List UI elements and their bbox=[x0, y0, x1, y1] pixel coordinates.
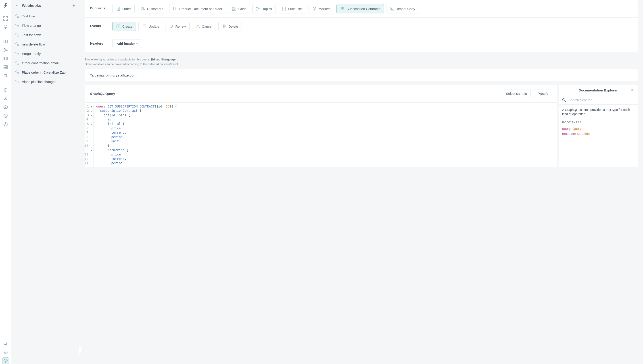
concern-chip[interactable]: $PriceLists bbox=[278, 4, 306, 14]
svg-point-13 bbox=[5, 97, 6, 98]
trash-icon bbox=[222, 24, 227, 28]
nav-pie-icon[interactable] bbox=[2, 121, 9, 128]
select-sample-button[interactable]: Select sample bbox=[502, 89, 531, 98]
concern-chip[interactable]: Order bbox=[112, 4, 135, 14]
code-editor[interactable]: 1 ▼2 ▼3 ▼4 5 ▼6 7 8 9 10 11 ▼12 13 14 qu… bbox=[85, 102, 557, 167]
svg-point-20 bbox=[5, 360, 6, 361]
variables-note: The following variables are available fo… bbox=[85, 57, 638, 67]
webhook-item[interactable]: Purge Fastly bbox=[11, 49, 79, 58]
doc-close-button[interactable]: ✕ bbox=[631, 88, 634, 92]
concern-chip[interactable]: Customers bbox=[137, 4, 167, 14]
svg-rect-3 bbox=[6, 19, 8, 20]
event-chip[interactable]: Delete bbox=[218, 22, 242, 31]
webhook-item[interactable]: new delete flow bbox=[11, 40, 79, 49]
root-type-link[interactable]: Query bbox=[572, 127, 582, 130]
svg-rect-39 bbox=[143, 25, 146, 28]
svg-point-15 bbox=[5, 115, 5, 116]
root-type-field: query bbox=[562, 127, 571, 130]
webhook-icon bbox=[15, 80, 19, 84]
webhook-label: Test Live bbox=[22, 14, 35, 18]
nav-barcode-icon[interactable] bbox=[2, 55, 9, 62]
event-chip[interactable]: Cancel bbox=[192, 22, 216, 31]
svg-rect-27 bbox=[235, 9, 236, 10]
concern-chip[interactable]: Tenant Copy bbox=[386, 4, 419, 14]
update-icon bbox=[142, 24, 147, 28]
book-icon bbox=[173, 6, 177, 11]
svg-point-40 bbox=[563, 98, 565, 101]
svg-rect-7 bbox=[4, 66, 7, 69]
doc-explorer: Documentation Explorer ✕ A GraphQL schem… bbox=[559, 85, 638, 167]
svg-rect-26 bbox=[232, 9, 234, 10]
schema-search-input[interactable] bbox=[568, 98, 634, 102]
svg-rect-36 bbox=[391, 7, 393, 9]
webhook-item[interactable]: Flow change bbox=[11, 21, 79, 30]
svg-point-4 bbox=[4, 48, 5, 49]
nav-box-icon[interactable] bbox=[2, 104, 9, 111]
add-header-button[interactable]: Add header + bbox=[112, 39, 142, 48]
svg-point-28 bbox=[256, 7, 257, 8]
nav-percent-icon[interactable] bbox=[2, 112, 9, 119]
nav-pin-icon[interactable] bbox=[2, 24, 9, 30]
svg-rect-25 bbox=[235, 7, 236, 8]
query-card: GraphQL Query Select sample Prettify 1 ▼… bbox=[85, 85, 557, 167]
nav-user-icon[interactable] bbox=[2, 96, 9, 102]
svg-rect-37 bbox=[392, 8, 394, 10]
collapse-handle[interactable] bbox=[79, 346, 83, 354]
root-type-link[interactable]: Mutation bbox=[577, 132, 590, 136]
svg-rect-2 bbox=[4, 19, 5, 20]
svg-point-6 bbox=[7, 50, 7, 51]
nav-dashboard-icon[interactable] bbox=[2, 15, 9, 22]
nav-search-icon[interactable] bbox=[2, 340, 9, 347]
chip-label: Grids bbox=[238, 7, 246, 11]
nav-clipboard-icon[interactable] bbox=[2, 87, 9, 94]
concern-chip[interactable]: Product, Document or Folder bbox=[169, 4, 226, 14]
add-webhook-button[interactable]: + bbox=[72, 3, 75, 8]
concern-chip[interactable]: Markets bbox=[308, 4, 334, 14]
nav-book-icon[interactable] bbox=[2, 38, 9, 45]
svg-point-23 bbox=[143, 8, 144, 8]
chip-label: Subscription Contracts bbox=[347, 7, 380, 11]
concern-chip[interactable]: Grids bbox=[228, 4, 250, 14]
webhook-label: Test for flows bbox=[22, 33, 42, 37]
nav-settings-icon[interactable] bbox=[2, 357, 9, 364]
event-chip[interactable]: Renew bbox=[165, 22, 190, 31]
webhook-item[interactable]: Test Live bbox=[11, 12, 79, 21]
nav-people-icon[interactable] bbox=[2, 72, 9, 79]
svg-rect-24 bbox=[232, 7, 234, 8]
webhook-item[interactable]: Place order in Crystallize Zap bbox=[11, 68, 79, 77]
vars-line2: Other variables can be provided accordin… bbox=[85, 62, 178, 66]
config-card: Concerns OrderCustomersProduct, Document… bbox=[85, 0, 638, 52]
nav-lang-icon[interactable]: A-Z bbox=[2, 349, 9, 356]
copy-icon bbox=[390, 6, 395, 11]
concern-chip[interactable]: Topics bbox=[252, 4, 276, 14]
customers-icon bbox=[141, 6, 145, 11]
renew-icon bbox=[169, 24, 173, 28]
chip-label: Product, Document or Folder bbox=[179, 7, 222, 11]
root-types-label: ROOT TYPES bbox=[562, 121, 634, 124]
webhooks-list-sidebar: ← Webhooks + Test LiveFlow changeTest fo… bbox=[11, 0, 79, 364]
nav-tree-icon[interactable] bbox=[2, 47, 9, 54]
concerns-label: Concerns bbox=[90, 4, 112, 10]
webhook-item[interactable]: Order confirmation email bbox=[11, 58, 79, 68]
svg-point-10 bbox=[6, 74, 7, 76]
nav-image-icon[interactable] bbox=[2, 64, 9, 70]
svg-text:$: $ bbox=[283, 7, 285, 9]
svg-point-30 bbox=[259, 8, 260, 9]
targeting-value: pim.crystallize.com bbox=[106, 74, 136, 77]
prettify-button[interactable]: Prettify bbox=[534, 89, 552, 98]
headers-label: Headers bbox=[90, 39, 112, 45]
webhook-icon bbox=[15, 14, 19, 18]
targeting-label: Targeting: bbox=[90, 74, 106, 77]
event-chip[interactable]: Create bbox=[112, 22, 136, 31]
webhook-icon bbox=[15, 42, 19, 46]
webhook-item[interactable]: Test for flows bbox=[11, 30, 79, 40]
svg-rect-1 bbox=[6, 16, 8, 18]
back-button[interactable]: ← bbox=[15, 3, 19, 8]
webhook-item[interactable]: Vipps pipeline changes bbox=[11, 77, 79, 86]
webhook-label: Vipps pipeline changes bbox=[22, 80, 56, 84]
webhook-icon bbox=[15, 33, 19, 37]
concern-chip[interactable]: Subscription Contracts bbox=[337, 4, 384, 14]
event-chip[interactable]: Update bbox=[138, 22, 163, 31]
webhook-icon bbox=[15, 70, 19, 74]
webhook-label: Purge Fastly bbox=[22, 52, 41, 56]
